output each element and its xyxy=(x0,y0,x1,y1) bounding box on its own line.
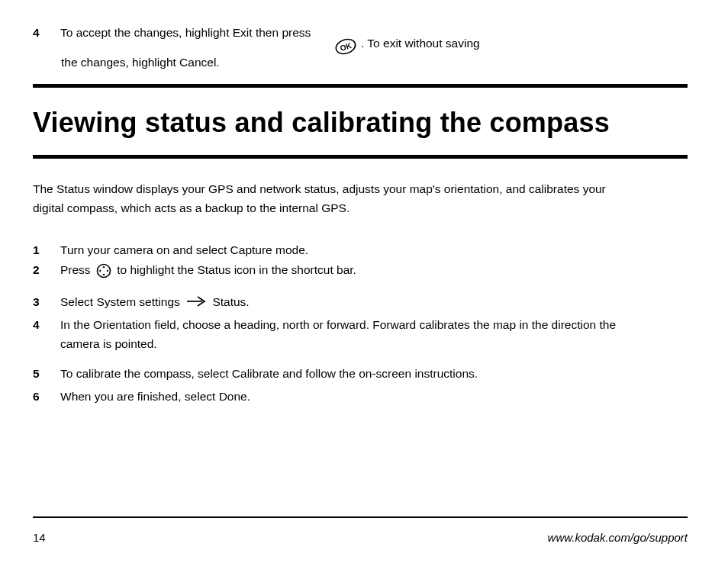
step-number: 4 xyxy=(33,316,56,335)
step-number: 5 xyxy=(33,365,56,384)
step-text-b: the changes, highlight Cancel. xyxy=(61,56,220,69)
rule-bottom xyxy=(33,155,688,159)
step-6: 6 When you are finished, select Done. xyxy=(33,388,643,407)
section-heading: Viewing status and calibrating the compa… xyxy=(33,107,610,139)
step-number: 6 xyxy=(33,388,56,407)
intro-paragraph: The Status window displays your GPS and … xyxy=(33,180,613,218)
step-4: 4 In the Orientation field, choose a hea… xyxy=(33,316,643,354)
step-number: 1 xyxy=(33,241,56,260)
step-text-post-icon: . To exit without saving xyxy=(361,37,480,50)
footer-rule xyxy=(33,516,688,518)
nav-icon xyxy=(96,263,111,278)
step-4-top: 4 To accept the changes, highlight Exit … xyxy=(33,24,311,41)
step-text-b: to highlight the Status icon in the shor… xyxy=(117,263,356,276)
step-text-a: Press xyxy=(60,263,91,276)
rule-top xyxy=(33,84,688,88)
step-text: To calibrate the compass, select Calibra… xyxy=(60,365,478,384)
svg-marker-4 xyxy=(102,274,105,276)
svg-marker-3 xyxy=(102,265,105,268)
step-number: 4 xyxy=(33,24,56,41)
step-text: When you are finished, select Done. xyxy=(60,388,250,407)
step-text: In the Orientation field, choose a headi… xyxy=(60,316,643,354)
step-1: 1 Turn your camera on and select Capture… xyxy=(33,241,643,260)
arrow-right-icon xyxy=(186,294,206,313)
ok-icon: OK xyxy=(334,35,357,58)
step-text: Turn your camera on and select Capture m… xyxy=(60,241,308,260)
step-number: 2 xyxy=(33,261,56,280)
step-2: 2 Press to highlight the Status icon in … xyxy=(33,261,643,280)
step-text: Select System settings Status. xyxy=(60,293,250,312)
step-number: 3 xyxy=(33,293,56,312)
step-text: Press to highlight the Status icon in th… xyxy=(60,261,356,280)
step-text-a: Select System settings xyxy=(60,295,180,308)
footer-url: www.kodak.com/go/support xyxy=(548,531,688,544)
page-number: 14 xyxy=(33,531,46,544)
step-text-a: To accept the changes, highlight Exit th… xyxy=(60,24,311,41)
svg-marker-5 xyxy=(98,269,101,272)
step-text-b: Status. xyxy=(212,295,249,308)
svg-marker-6 xyxy=(107,269,109,272)
step-5: 5 To calibrate the compass, select Calib… xyxy=(33,365,643,384)
step-3: 3 Select System settings Status. xyxy=(33,293,643,312)
